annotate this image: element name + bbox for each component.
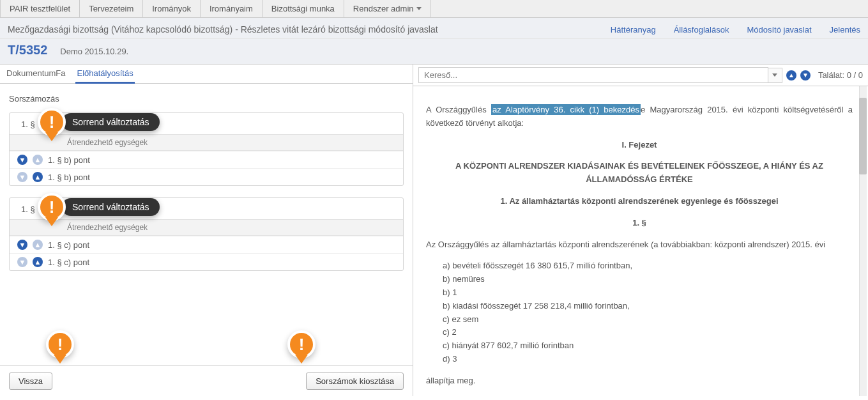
sort-box-2: 1. § ! Sorrend változtatás Átrendezhető … — [9, 197, 404, 271]
prev-hit-button[interactable]: ▲ — [786, 70, 796, 81]
list-item: c) ez sem — [426, 313, 853, 327]
list-item: b) kiadási főösszegét 17 258 218,4 milli… — [426, 300, 853, 313]
alert-icon: ! — [287, 330, 316, 358]
hit-count: Találat: 0 / 0 — [818, 70, 863, 80]
callout-assign: ! — [287, 330, 316, 358]
topnav-bizottsagi[interactable]: Bizottsági munka — [263, 0, 344, 17]
document-viewer[interactable]: A Országgyűlés az Alaptörvény 36. cikk (… — [413, 86, 868, 396]
alert-icon: ! — [46, 330, 74, 358]
move-down-button-disabled: ▼ — [17, 172, 27, 182]
alert-icon: ! — [38, 108, 66, 136]
topnav-admin-label: Rendszer admin — [353, 4, 414, 13]
callout-back: ! — [46, 330, 74, 358]
subheader-links: Háttéranyag Állásfoglalások Módosító jav… — [611, 25, 860, 35]
move-up-button[interactable]: ▲ — [33, 257, 43, 267]
subheader: Mezőgazdasági bizottság (Vitához kapcsol… — [0, 18, 868, 39]
list-item: d) 3 — [426, 353, 853, 366]
box2-row-2: ▼ ▲ 1. § c) pont — [10, 253, 403, 270]
box2-subheader: Átrendezhető egységek — [10, 219, 403, 236]
row-label: 1. § c) pont — [48, 258, 89, 267]
move-up-button[interactable]: ▲ — [33, 172, 43, 182]
topnav-iromanyaim[interactable]: Irományaim — [201, 0, 263, 17]
move-down-button-disabled: ▼ — [17, 257, 27, 267]
left-body: Sorszámozás 1. § ! Sorrend változtatás Á… — [0, 84, 413, 365]
doc-paragraph: állapítja meg. — [426, 374, 853, 388]
row-label: 1. § c) pont — [48, 240, 89, 250]
tab-elohatalyositas[interactable]: Előhatályosítás — [75, 65, 134, 84]
right-pane: ▲ ▼ Találat: 0 / 0 A Országgyűlés az Ala… — [413, 65, 868, 396]
search-input[interactable] — [418, 67, 768, 83]
chevron-down-icon — [772, 73, 777, 77]
topnav-tervezeteim[interactable]: Tervezeteim — [80, 0, 143, 17]
page-title: Mezőgazdasági bizottság (Vitához kapcsol… — [8, 24, 438, 35]
move-down-button[interactable]: ▼ — [17, 155, 27, 165]
left-footer: ! ! Vissza Sorszámok kiosztása — [0, 365, 413, 396]
doc-id: T/5352 — [8, 43, 47, 58]
topnav-admin[interactable]: Rendszer admin — [344, 0, 431, 17]
list-item: c) 2 — [426, 326, 853, 339]
row-label: 1. § b) pont — [48, 173, 90, 182]
callout-2: ! Sorrend változtatás — [38, 193, 160, 221]
move-up-button-disabled: ▲ — [33, 155, 43, 165]
list-item: b) nemüres — [426, 273, 853, 286]
left-pane: DokumentumFa Előhatályosítás Sorszámozás… — [0, 65, 413, 396]
top-navbar: PAIR tesztfelület Tervezeteim Irományok … — [0, 0, 868, 18]
doc-paragraph: Az Országgyűlés az államháztartás közpon… — [426, 238, 853, 252]
doc-title-row: T/5352 Demo 2015.10.29. — [0, 39, 868, 64]
chevron-down-icon — [416, 7, 422, 10]
alert-icon: ! — [38, 193, 66, 221]
sort-box-1: 1. § ! Sorrend változtatás Átrendezhető … — [9, 112, 404, 186]
box1-subheader: Átrendezhető egységek — [10, 134, 403, 151]
doc-chapter-heading: I. Fejezet — [426, 139, 853, 152]
row-label: 1. § b) pont — [48, 155, 90, 165]
doc-date: Demo 2015.10.29. — [60, 47, 128, 56]
link-hatteranyag[interactable]: Háttéranyag — [611, 25, 656, 35]
assign-numbers-button[interactable]: Sorszámok kiosztása — [306, 373, 404, 390]
list-item: c) hiányát 877 602,7 millió forintban — [426, 339, 853, 353]
doc-section-number: 1. § — [426, 217, 853, 230]
box2-row-1: ▼ ▲ 1. § c) pont — [10, 236, 403, 253]
list-item: a) bevételi főösszegét 16 380 615,7 mill… — [426, 259, 853, 273]
search-dropdown-button[interactable] — [768, 68, 782, 83]
tab-dokumentumfa[interactable]: DokumentumFa — [5, 65, 66, 83]
link-allasfoglalasok[interactable]: Állásfoglalások — [674, 25, 729, 35]
callout-1-label: Sorrend változtatás — [62, 113, 160, 131]
topnav-iromanyok[interactable]: Irományok — [143, 0, 201, 17]
next-hit-button[interactable]: ▼ — [800, 70, 811, 81]
move-down-button[interactable]: ▼ — [17, 240, 27, 250]
box1-row-1: ▼ ▲ 1. § b) pont — [10, 151, 403, 168]
doc-section-heading: A KÖZPONTI ALRENDSZER KIADÁSAINAK ÉS BEV… — [426, 160, 853, 187]
move-up-button-disabled: ▲ — [33, 240, 43, 250]
list-item: b) 1 — [426, 286, 853, 300]
callout-2-label: Sorrend változtatás — [62, 198, 160, 216]
back-button[interactable]: Vissza — [9, 373, 52, 390]
link-jelentes[interactable]: Jelentés — [830, 25, 860, 35]
doc-subsection-heading: 1. Az államháztartás központi alrendszer… — [426, 195, 853, 208]
highlighted-text: az Alaptörvény 36. cikk (1) bekezdés — [491, 104, 641, 115]
box1-row-2: ▼ ▲ 1. § b) pont — [10, 168, 403, 185]
main-split: DokumentumFa Előhatályosítás Sorszámozás… — [0, 64, 868, 396]
scrollbar-thumb[interactable] — [859, 98, 867, 174]
doc-paragraph-intro: A Országgyűlés az Alaptörvény 36. cikk (… — [426, 104, 853, 130]
left-tabs: DokumentumFa Előhatályosítás — [0, 65, 413, 84]
text: A Országgyűlés — [426, 105, 491, 114]
callout-1: ! Sorrend változtatás — [38, 108, 160, 136]
search-row: ▲ ▼ Találat: 0 / 0 — [413, 65, 868, 86]
sorszamozas-heading: Sorszámozás — [9, 94, 404, 104]
link-modosito[interactable]: Módosító javaslat — [747, 25, 811, 35]
topnav-pair[interactable]: PAIR tesztfelület — [0, 0, 80, 17]
